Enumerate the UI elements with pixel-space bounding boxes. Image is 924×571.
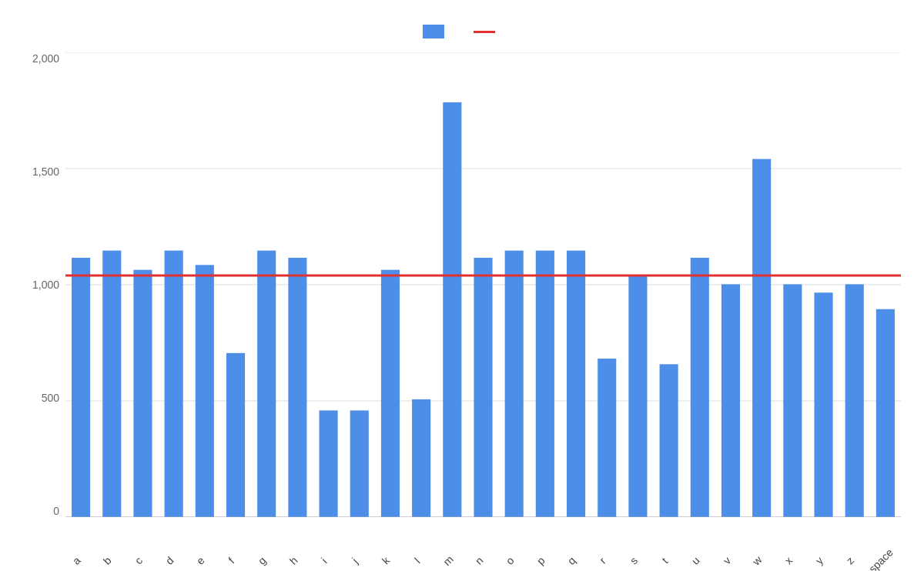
bar-l bbox=[412, 399, 430, 517]
x-label: e bbox=[189, 517, 220, 571]
x-label: o bbox=[499, 517, 530, 571]
y-tick: 1,500 bbox=[23, 165, 65, 178]
x-label: u bbox=[685, 517, 715, 571]
y-tick: 0 bbox=[23, 505, 65, 517]
bar-w bbox=[752, 159, 771, 517]
x-label: v bbox=[715, 517, 746, 571]
x-label: b bbox=[96, 517, 127, 571]
bar-i bbox=[320, 410, 338, 517]
bar-j bbox=[350, 410, 369, 517]
x-axis-labels: abcdefghijklmnopqrstuvwxyzspace bbox=[65, 517, 901, 571]
x-label: f bbox=[220, 517, 251, 571]
y-tick: 2,000 bbox=[23, 52, 65, 65]
x-label: space bbox=[870, 517, 901, 571]
y-axis: 2,0001,5001,0005000 bbox=[23, 52, 65, 571]
x-label: a bbox=[65, 517, 96, 571]
bar-u bbox=[691, 258, 709, 517]
x-label: q bbox=[561, 517, 591, 571]
y-tick: 500 bbox=[23, 392, 65, 404]
chart-container: 2,0001,5001,0005000 abcdefghijklmnopqrst… bbox=[0, 0, 924, 571]
bar-s bbox=[628, 275, 647, 517]
legend bbox=[423, 25, 501, 38]
x-label: c bbox=[127, 517, 158, 571]
bar-x bbox=[783, 284, 802, 517]
bar-o bbox=[505, 251, 524, 517]
x-label: i bbox=[313, 517, 344, 571]
x-label: h bbox=[282, 517, 313, 571]
x-label: x bbox=[777, 517, 808, 571]
x-label: l bbox=[406, 517, 437, 571]
bar-v bbox=[721, 284, 740, 517]
x-label: s bbox=[622, 517, 653, 571]
bar-f bbox=[226, 353, 245, 517]
legend-bar-item bbox=[423, 25, 450, 38]
bar-n bbox=[474, 258, 492, 517]
x-label: k bbox=[375, 517, 406, 571]
x-label: g bbox=[251, 517, 282, 571]
x-label: t bbox=[654, 517, 685, 571]
x-label: m bbox=[437, 517, 467, 571]
legend-line-item bbox=[474, 31, 501, 33]
legend-bar-icon bbox=[423, 25, 444, 38]
x-label: j bbox=[344, 517, 375, 571]
chart-area: 2,0001,5001,0005000 abcdefghijklmnopqrst… bbox=[23, 52, 901, 571]
x-label: z bbox=[839, 517, 870, 571]
bar-p bbox=[536, 251, 554, 517]
bar-m bbox=[443, 102, 461, 517]
x-label: p bbox=[530, 517, 561, 571]
bars-chart bbox=[65, 52, 901, 517]
bar-e bbox=[196, 265, 214, 517]
bar-c bbox=[133, 270, 152, 517]
bar-g bbox=[257, 251, 276, 517]
bar-k bbox=[381, 270, 400, 517]
x-label: d bbox=[159, 517, 189, 571]
bar-a bbox=[72, 258, 90, 517]
bar-d bbox=[165, 251, 183, 517]
x-label: y bbox=[808, 517, 839, 571]
y-tick: 1,000 bbox=[23, 279, 65, 291]
bar-z bbox=[845, 284, 864, 517]
bar-h bbox=[288, 258, 306, 517]
bar-y bbox=[814, 292, 832, 517]
bar-r bbox=[598, 359, 616, 517]
legend-line-icon bbox=[474, 31, 495, 33]
x-label: n bbox=[467, 517, 498, 571]
bar-t bbox=[660, 364, 678, 517]
bar-b bbox=[102, 251, 121, 517]
bar-q bbox=[567, 251, 585, 517]
x-label: w bbox=[746, 517, 777, 571]
bar-space bbox=[876, 309, 895, 517]
plot-area: abcdefghijklmnopqrstuvwxyzspace bbox=[65, 52, 901, 571]
x-label: r bbox=[591, 517, 622, 571]
